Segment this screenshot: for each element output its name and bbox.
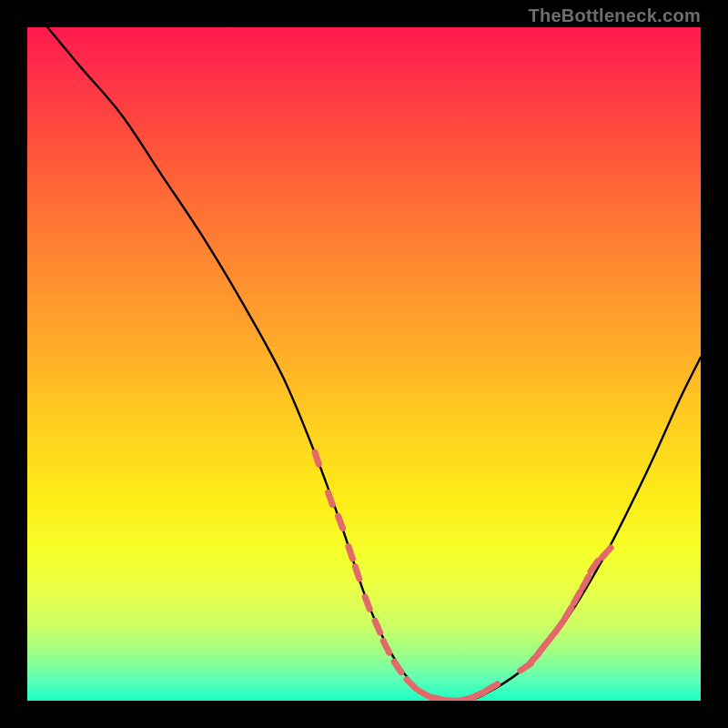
highlight-dots <box>315 452 611 701</box>
chart-frame: TheBottleneck.com <box>0 0 728 728</box>
highlight-dash <box>602 548 611 557</box>
highlight-dash <box>487 684 498 691</box>
highlight-dash <box>315 452 318 464</box>
highlight-dash <box>407 680 416 689</box>
curve-svg <box>27 27 701 701</box>
highlight-dash <box>355 567 359 579</box>
highlight-dash <box>383 642 389 653</box>
highlight-dash <box>565 608 571 619</box>
highlight-dash <box>547 633 555 643</box>
plot-area <box>27 27 701 701</box>
highlight-dash <box>556 622 563 632</box>
highlight-dash <box>339 516 343 528</box>
highlight-dash <box>365 597 369 609</box>
highlight-dash <box>349 547 352 559</box>
highlight-dash <box>375 621 380 632</box>
watermark-text: TheBottleneck.com <box>528 5 701 26</box>
highlight-dash <box>459 698 471 701</box>
highlight-dash <box>329 492 333 504</box>
bottleneck-curve <box>47 27 701 701</box>
highlight-dash <box>420 691 430 697</box>
highlight-dash <box>394 662 401 672</box>
